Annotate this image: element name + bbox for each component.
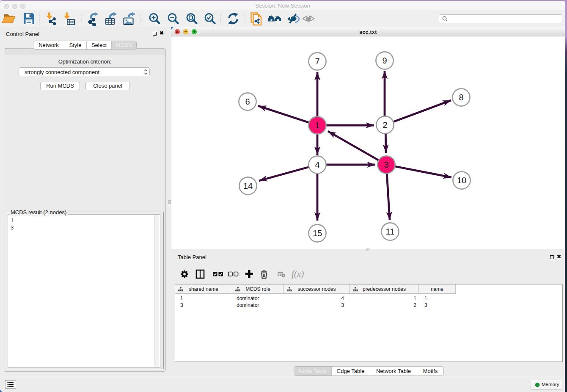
svg-text:f(x): f(x) [292,269,304,279]
svg-text:15: 15 [313,229,322,238]
svg-text:14: 14 [243,181,253,190]
svg-text:10: 10 [457,176,466,185]
svg-text:7: 7 [315,57,319,66]
svg-text:9: 9 [382,56,387,65]
svg-text:4: 4 [315,160,319,169]
svg-text:3: 3 [384,160,388,169]
svg-text:11: 11 [386,227,395,236]
svg-text:1: 1 [315,121,319,130]
svg-text:2: 2 [383,120,387,130]
svg-text:8: 8 [459,93,463,102]
svg-text:6: 6 [245,97,250,106]
